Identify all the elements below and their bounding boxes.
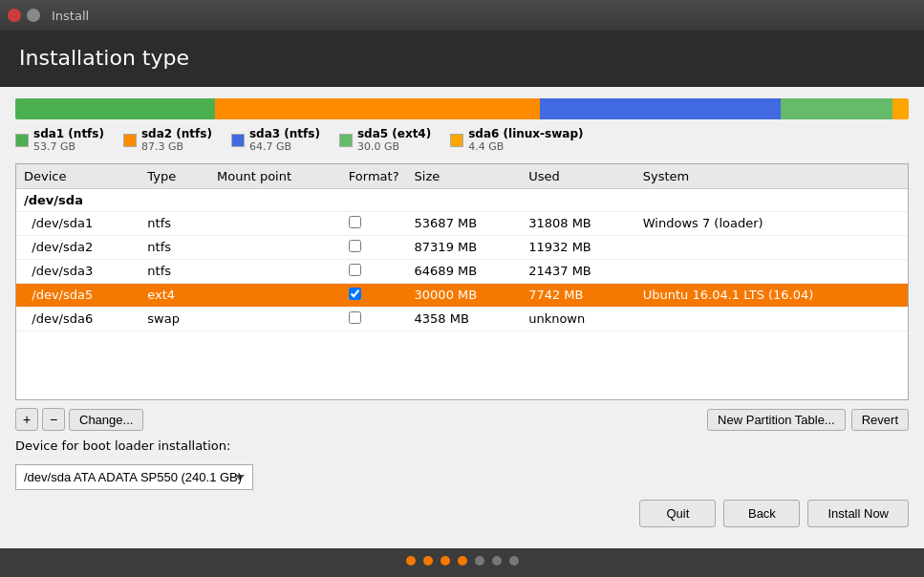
row-system bbox=[635, 307, 908, 331]
partition-segment-sda5 bbox=[781, 98, 892, 119]
row-size: 87319 MB bbox=[407, 235, 522, 259]
new-partition-table-button[interactable]: New Partition Table... bbox=[707, 409, 846, 431]
row-format[interactable] bbox=[341, 211, 407, 235]
col-device: Device bbox=[16, 164, 140, 189]
col-used: Used bbox=[521, 164, 635, 189]
row-device: /dev/sda bbox=[16, 188, 140, 211]
format-checkbox-sda3[interactable] bbox=[349, 264, 361, 276]
progress-dot-6 bbox=[492, 556, 502, 566]
col-system: System bbox=[635, 164, 908, 189]
install-now-button[interactable]: Install Now bbox=[807, 500, 909, 527]
legend-color-sda6 bbox=[450, 134, 463, 147]
row-size: 64689 MB bbox=[407, 259, 522, 283]
table-row[interactable]: /dev/sda5 ext4 30000 MB 7742 MB Ubuntu 1… bbox=[16, 283, 908, 307]
row-format[interactable] bbox=[341, 235, 407, 259]
row-type: ntfs bbox=[140, 259, 209, 283]
legend-color-sda1 bbox=[15, 134, 29, 147]
titlebar: Install bbox=[0, 0, 924, 31]
install-window: Install Installation type sda1 (ntfs) 53… bbox=[0, 0, 924, 577]
row-mount bbox=[209, 283, 341, 307]
format-checkbox-sda2[interactable] bbox=[349, 240, 361, 252]
legend-size-sda6: 4.4 GB bbox=[468, 140, 583, 153]
bootloader-select[interactable]: /dev/sda ATA ADATA SP550 (240.1 GB) bbox=[15, 464, 253, 490]
row-format[interactable] bbox=[341, 283, 407, 307]
row-mount bbox=[209, 259, 341, 283]
format-checkbox-sda5[interactable] bbox=[349, 288, 361, 300]
change-button[interactable]: Change... bbox=[69, 409, 143, 431]
row-device: /dev/sda2 bbox=[16, 235, 140, 259]
legend-color-sda2 bbox=[123, 134, 137, 147]
row-system bbox=[635, 235, 908, 259]
row-size: 53687 MB bbox=[407, 211, 522, 235]
row-device: /dev/sda1 bbox=[16, 211, 140, 235]
table-row[interactable]: /dev/sda1 ntfs 53687 MB 31808 MB Windows… bbox=[16, 211, 908, 235]
table-header-row: Device Type Mount point Format? Size Use… bbox=[16, 164, 908, 189]
remove-partition-button[interactable]: − bbox=[42, 408, 65, 431]
row-type: ntfs bbox=[140, 235, 209, 259]
col-size: Size bbox=[407, 164, 522, 189]
page-header: Installation type bbox=[0, 31, 924, 87]
legend-sda6: sda6 (linux-swap) 4.4 GB bbox=[450, 127, 583, 154]
format-checkbox-sda6[interactable] bbox=[349, 311, 361, 324]
partition-actions: New Partition Table... Revert bbox=[707, 409, 909, 431]
row-type bbox=[140, 188, 209, 211]
table-row[interactable]: /dev/sda2 ntfs 87319 MB 11932 MB bbox=[16, 235, 908, 259]
row-used: 21437 MB bbox=[521, 259, 635, 283]
row-device: /dev/sda3 bbox=[16, 259, 140, 283]
row-size: 4358 MB bbox=[407, 307, 522, 331]
col-format: Format? bbox=[341, 164, 407, 189]
row-mount bbox=[209, 211, 341, 235]
row-used bbox=[521, 188, 635, 211]
row-device: /dev/sda5 bbox=[16, 283, 140, 307]
row-used: 11932 MB bbox=[521, 235, 635, 259]
window-title: Install bbox=[52, 9, 89, 23]
partition-legend: sda1 (ntfs) 53.7 GB sda2 (ntfs) 87.3 GB … bbox=[15, 127, 909, 154]
legend-size-sda5: 30.0 GB bbox=[357, 140, 431, 153]
row-format[interactable] bbox=[341, 307, 407, 331]
legend-color-sda5 bbox=[339, 134, 353, 147]
legend-sda5: sda5 (ext4) 30.0 GB bbox=[339, 127, 431, 154]
row-used: 31808 MB bbox=[521, 211, 635, 235]
partition-table-container: Device Type Mount point Format? Size Use… bbox=[15, 163, 909, 400]
page-title: Installation type bbox=[19, 46, 905, 70]
quit-button[interactable]: Quit bbox=[639, 500, 716, 527]
back-button[interactable]: Back bbox=[723, 500, 800, 527]
row-size bbox=[407, 188, 522, 211]
row-type: ntfs bbox=[140, 211, 209, 235]
legend-label-sda1: sda1 (ntfs) bbox=[33, 127, 104, 140]
legend-label-sda3: sda3 (ntfs) bbox=[249, 127, 320, 140]
table-row[interactable]: /dev/sda3 ntfs 64689 MB 21437 MB bbox=[16, 259, 908, 283]
add-partition-button[interactable]: + bbox=[15, 408, 38, 431]
legend-label-sda6: sda6 (linux-swap) bbox=[468, 127, 583, 140]
row-system bbox=[635, 188, 908, 211]
table-row[interactable]: /dev/sda bbox=[16, 188, 908, 211]
minimize-button[interactable] bbox=[27, 9, 40, 22]
close-button[interactable] bbox=[8, 9, 21, 22]
row-system bbox=[635, 259, 908, 283]
format-checkbox-sda1[interactable] bbox=[349, 216, 361, 228]
partition-segment-sda2 bbox=[215, 98, 540, 119]
row-used: unknown bbox=[521, 307, 635, 331]
footer-buttons: Quit Back Install Now bbox=[15, 500, 909, 527]
main-content: sda1 (ntfs) 53.7 GB sda2 (ntfs) 87.3 GB … bbox=[0, 87, 924, 548]
legend-size-sda3: 64.7 GB bbox=[249, 140, 320, 153]
partition-segment-sda6 bbox=[892, 98, 909, 119]
row-type: swap bbox=[140, 307, 209, 331]
legend-label-sda2: sda2 (ntfs) bbox=[141, 127, 212, 140]
row-format[interactable] bbox=[341, 259, 407, 283]
legend-sda1: sda1 (ntfs) 53.7 GB bbox=[15, 127, 104, 154]
partition-bar bbox=[15, 98, 909, 119]
col-type: Type bbox=[140, 164, 209, 189]
bootloader-label: Device for boot loader installation: bbox=[15, 438, 230, 453]
revert-button[interactable]: Revert bbox=[851, 409, 909, 431]
partition-table: Device Type Mount point Format? Size Use… bbox=[16, 164, 908, 331]
progress-dots bbox=[0, 548, 924, 577]
row-type: ext4 bbox=[140, 283, 209, 307]
row-size: 30000 MB bbox=[407, 283, 522, 307]
table-row[interactable]: /dev/sda6 swap 4358 MB unknown bbox=[16, 307, 908, 331]
row-used: 7742 MB bbox=[521, 283, 635, 307]
row-mount bbox=[209, 235, 341, 259]
progress-dot-4 bbox=[458, 556, 467, 566]
progress-dot-2 bbox=[423, 556, 433, 566]
legend-color-sda3 bbox=[231, 134, 245, 147]
